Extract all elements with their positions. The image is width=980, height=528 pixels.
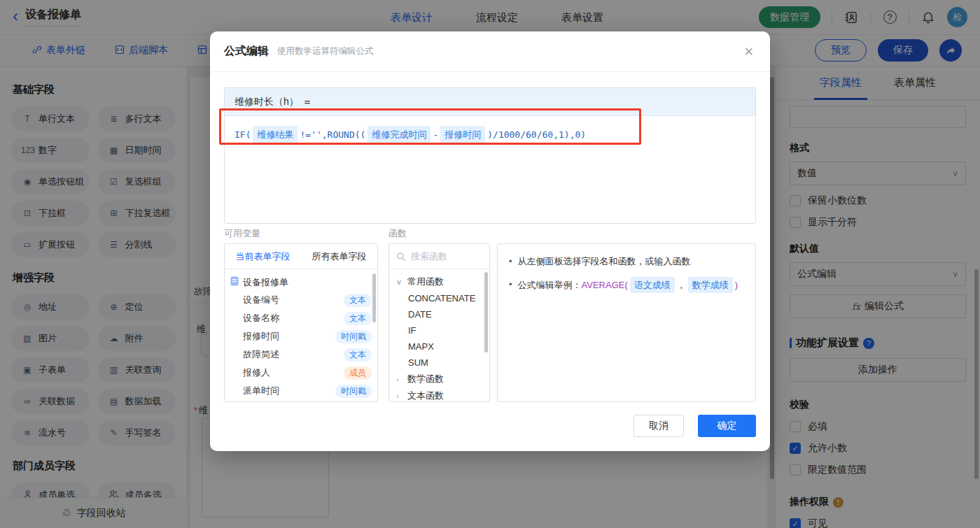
variable-name: 报修人	[243, 366, 270, 379]
example-field-chip: 语文成绩	[630, 277, 675, 293]
bullet: •	[509, 277, 512, 293]
formula-code-token: )/1000/60/60,1),0)	[487, 129, 586, 140]
formula-code-token: IF(	[234, 129, 251, 140]
variables-scrollbar[interactable]	[372, 273, 376, 322]
functions-panel: ∨常用函数CONCATENATEDATEIFMAPXSUM›数学函数›文本函数	[388, 243, 490, 402]
formula-help-panel: • 从左侧面板选择字段名和函数，或输入函数 • 公式编辑举例：AVERAGE(语…	[497, 243, 756, 402]
function-group-label: 数学函数	[407, 373, 444, 385]
formula-field-chip: 维修完成时间	[368, 126, 430, 144]
formula-expression[interactable]: IF(维修结果!='',ROUND((维修完成时间-报修时间)/1000/60/…	[225, 116, 755, 154]
variables-root-node[interactable]: 设备报修单	[230, 273, 372, 291]
function-group-数学函数[interactable]: ›数学函数	[396, 371, 489, 387]
function-search-input[interactable]	[411, 251, 474, 262]
functions-scrollbar[interactable]	[484, 272, 488, 352]
variable-name: 派单时间	[243, 385, 279, 397]
variable-item-报修时间[interactable]: 报修时间时间戳	[230, 327, 372, 345]
formula-code-token: -	[433, 129, 438, 140]
variable-item-设备编号[interactable]: 设备编号文本	[230, 291, 372, 309]
bullet: •	[509, 254, 512, 269]
chevron-right-icon: ›	[396, 375, 403, 383]
close-icon[interactable]: ×	[744, 44, 753, 59]
chevron-down-icon: ∨	[396, 278, 403, 287]
function-group-label: 文本函数	[407, 390, 444, 402]
tab-all-form-fields[interactable]: 所有表单字段	[301, 244, 377, 269]
formula-code-token: !='',ROUND((	[300, 129, 365, 140]
variable-name: 故障简述	[243, 348, 279, 361]
variables-label: 可用变量	[224, 227, 260, 240]
variable-type-badge: 文本	[344, 294, 372, 307]
variable-item-派单时间[interactable]: 派单时间时间戳	[230, 382, 372, 400]
cancel-button[interactable]: 取消	[634, 415, 684, 437]
variables-panel: 当前表单字段 所有表单字段 设备报修单设备编号文本设备名称文本报修时间时间戳故障…	[224, 243, 378, 402]
formula-target-row: 维修时长（h） =	[225, 88, 755, 116]
formula-editor-modal: 公式编辑 使用数学运算符编辑公式 × 维修时长（h） = IF(维修结果!=''…	[210, 31, 770, 451]
document-icon	[230, 276, 239, 288]
variable-type-badge: 时间戳	[335, 385, 372, 398]
tab-current-form-fields[interactable]: 当前表单字段	[225, 244, 301, 269]
variable-type-badge: 成员	[344, 366, 372, 380]
example-function-open: AVERAGE(	[582, 280, 628, 290]
variables-root-label: 设备报修单	[243, 276, 288, 289]
function-search	[389, 244, 489, 269]
variable-name: 报修时间	[243, 330, 279, 343]
function-group-文本函数[interactable]: ›文本函数	[396, 387, 489, 402]
formula-editor[interactable]: 维修时长（h） = IF(维修结果!='',ROUND((维修完成时间-报修时间…	[224, 87, 756, 224]
help-line-2: • 公式编辑举例：AVERAGE(语文成绩，数学成绩)	[509, 277, 744, 293]
variable-item-故障简述[interactable]: 故障简述文本	[230, 345, 372, 364]
variable-type-badge: 时间戳	[335, 330, 372, 343]
confirm-button[interactable]: 确定	[698, 415, 756, 437]
variable-name: 设备名称	[243, 312, 279, 324]
formula-field-chip: 维修结果	[253, 126, 298, 144]
variable-type-badge: 文本	[344, 348, 372, 362]
modal-subtitle: 使用数学运算符编辑公式	[277, 45, 374, 57]
function-item-IF[interactable]: IF	[396, 322, 489, 338]
variable-name: 设备编号	[243, 294, 279, 306]
function-item-MAPX[interactable]: MAPX	[396, 338, 489, 355]
function-item-SUM[interactable]: SUM	[396, 355, 489, 371]
modal-title: 公式编辑	[224, 44, 269, 59]
functions-label: 函数	[388, 227, 407, 240]
example-function-close: )	[735, 280, 738, 290]
function-item-DATE[interactable]: DATE	[396, 306, 489, 322]
variable-item-设备名称[interactable]: 设备名称文本	[230, 309, 372, 327]
modal-header: 公式编辑 使用数学运算符编辑公式 ×	[210, 31, 770, 72]
formula-field-chip: 报修时间	[440, 126, 485, 144]
chevron-right-icon: ›	[396, 392, 403, 400]
help-line-1: • 从左侧面板选择字段名和函数，或输入函数	[509, 254, 744, 269]
variables-tabs: 当前表单字段 所有表单字段	[225, 244, 377, 269]
variable-item-报修人[interactable]: 报修人成员	[230, 364, 372, 382]
function-item-CONCATENATE[interactable]: CONCATENATE	[396, 290, 489, 306]
function-group-常用函数[interactable]: ∨常用函数	[396, 273, 489, 290]
function-group-label: 常用函数	[407, 276, 444, 288]
variable-type-badge: 文本	[344, 312, 372, 325]
target-field-label: 维修时长（h）	[234, 96, 299, 108]
search-icon	[396, 252, 406, 262]
modal-footer: 取消 确定	[634, 415, 756, 437]
equals-sign: =	[304, 97, 310, 108]
example-field-chip: 数学成绩	[688, 277, 733, 293]
